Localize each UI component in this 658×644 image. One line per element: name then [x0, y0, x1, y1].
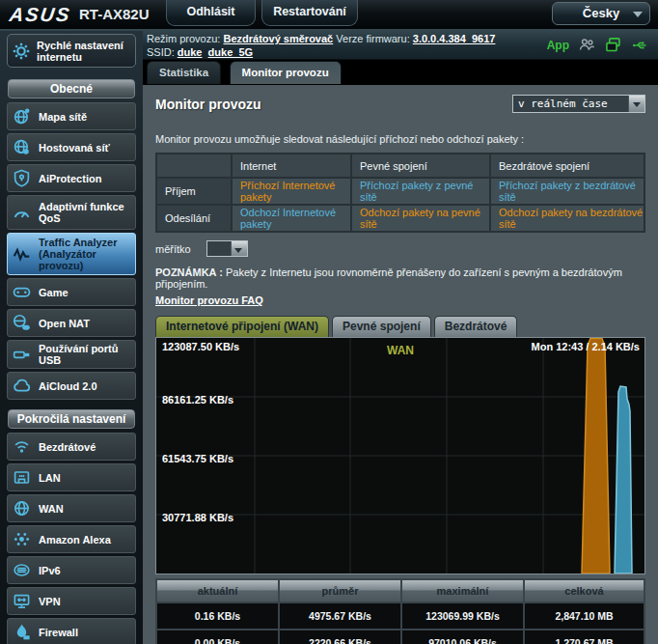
matrix-col-wireless: Bezdrátové spojení [490, 154, 644, 178]
section-header-general: Obecné [8, 79, 135, 98]
traffic-analyzer-icon [13, 245, 32, 264]
stats-col-average: průměr [279, 579, 401, 602]
table-row: 0.00 KB/s 2220.66 KB/s 97010.06 KB/s 1,2… [156, 630, 644, 644]
sidebar-item-aiprotection[interactable]: AiProtection [7, 164, 136, 192]
sidebar-item-usb[interactable]: Používání portů USB [7, 340, 136, 369]
sidebar-item-label: VPN [39, 596, 61, 607]
stats-col-current: aktuální [156, 579, 279, 602]
sidebar-item-label: Firewall [39, 627, 78, 638]
packet-matrix-table: Internet Pevné spojení Bezdrátové spojen… [155, 153, 645, 233]
tab-strip: Statistika Monitor provozu [143, 58, 658, 85]
network-map-icon [13, 107, 32, 126]
faq-link[interactable]: Monitor provozu FAQ [155, 294, 263, 306]
chart-tab-wired[interactable]: Pevné spojení [332, 316, 431, 337]
logout-button[interactable]: Odhlásit [166, 0, 256, 26]
period-select[interactable]: v reálném čase [512, 95, 645, 113]
sidebar-item-qos[interactable]: Adaptivní funkce QoS [7, 195, 136, 230]
stats-cell-total: 1,270.67 MB [524, 630, 644, 644]
scale-select[interactable] [206, 240, 248, 257]
sidebar-item-lan[interactable]: LAN [7, 463, 136, 491]
matrix-row-label: Příjem [156, 178, 232, 205]
scale-label: měřítko [155, 243, 191, 255]
traffic-chart: 123087.50 KB/s 86161.25 KB/s 61543.75 KB… [155, 337, 645, 574]
page-title: Monitor provozu [155, 97, 261, 112]
gamepad-icon [13, 283, 32, 301]
stats-cell-maximum: 123069.99 KB/s [401, 602, 524, 630]
usb-icon[interactable] [631, 38, 648, 53]
download-area [582, 339, 610, 574]
content-area: Statistika Monitor provozu Monitor provo… [143, 29, 658, 644]
chevron-down-icon [231, 241, 247, 256]
app-link[interactable]: App [547, 39, 569, 52]
note-body: Pakety z Internetu jsou rovnoměrně přená… [155, 266, 622, 290]
sidebar-item-vpn[interactable]: VPN [7, 587, 136, 615]
ssid-label: SSID: [147, 46, 175, 58]
language-value: Česky [583, 6, 619, 20]
sidebar-item-aicloud[interactable]: AiCloud 2.0 [7, 372, 136, 400]
vpn-icon [13, 592, 32, 610]
matrix-cell: Příchozí pakety z pevné sítě [351, 178, 490, 205]
language-dropdown[interactable]: Česky [552, 2, 650, 25]
table-header-row: Internet Pevné spojení Bezdrátové spojen… [156, 154, 644, 178]
chart-tab-wan[interactable]: Internetové připojení (WAN) [155, 316, 329, 337]
reboot-button[interactable]: Restartování [261, 0, 358, 26]
ssid-1-link[interactable]: duke [178, 46, 203, 58]
matrix-col-wired: Pevné spojení [351, 154, 490, 178]
sidebar-item-alexa[interactable]: Amazon Alexa [7, 525, 136, 553]
note-text: POZNÁMKA : Pakety z Internetu jsou rovno… [155, 266, 645, 290]
sidebar-item-label: AiProtection [39, 173, 101, 184]
upload-area [615, 386, 632, 574]
open-nat-icon [13, 314, 32, 332]
usb-drive-icon [13, 346, 32, 364]
sidebar-item-game[interactable]: Game [7, 278, 136, 306]
stats-cell-average: 2220.66 KB/s [279, 630, 401, 644]
sidebar-item-guest-network[interactable]: Hostovaná síť [7, 133, 136, 161]
clients-icon[interactable] [579, 37, 595, 53]
stats-cell-maximum: 97010.06 KB/s [401, 630, 524, 644]
matrix-cell: Příchozí pakety z bezdrátové sítě [490, 178, 644, 205]
chevron-down-icon [633, 12, 643, 17]
section-header-advanced: Pokročilá nastavení [8, 409, 135, 429]
asus-logo: ASUS [8, 4, 72, 26]
chart-tab-strip: Internetové připojení (WAN) Pevné spojen… [155, 316, 645, 337]
note-label: POZNÁMKA : [155, 266, 223, 278]
sidebar-item-wireless[interactable]: Bezdrátové [7, 433, 136, 461]
shield-icon [13, 169, 32, 187]
firewall-icon [13, 623, 32, 641]
tab-statistics[interactable]: Statistika [147, 61, 221, 84]
sidebar-item-traffic-analyzer[interactable]: Traffic Analyzer (Analyzátor provozu) [7, 233, 136, 275]
panel-description: Monitor provozu umožňuje sledovat násled… [155, 133, 645, 145]
sidebar-item-label: IPv6 [39, 565, 61, 576]
sidebar-item-open-nat[interactable]: Open NAT [7, 309, 136, 337]
ssid-2-link[interactable]: duke_5G [208, 46, 253, 58]
cloud-icon [13, 377, 32, 395]
mode-value-link[interactable]: Bezdrátový směrovač [223, 33, 333, 44]
matrix-cell: Odchozí pakety na bezdrátové sítě [490, 205, 644, 232]
stats-cell-total: 2,847.10 MB [524, 602, 644, 630]
tab-traffic-monitor[interactable]: Monitor provozu [230, 61, 342, 84]
sidebar-item-label: Mapa sítě [39, 111, 87, 123]
table-row: 0.16 KB/s 4975.67 KB/s 123069.99 KB/s 2,… [156, 602, 644, 630]
devices-icon[interactable] [605, 37, 621, 53]
sidebar-item-label: Bezdrátové [39, 441, 96, 453]
chart-tab-wireless[interactable]: Bezdrátové [434, 316, 518, 337]
sidebar-item-label: Amazon Alexa [39, 534, 111, 546]
sidebar-item-ipv6[interactable]: IPv6 [7, 556, 136, 584]
sidebar-item-wan[interactable]: WAN [7, 494, 136, 522]
sidebar-item-label: AiCloud 2.0 [39, 380, 97, 392]
matrix-cell: Odchozí Internetové pakety [232, 205, 351, 232]
sidebar-item-firewall[interactable]: Firewall [7, 618, 136, 644]
matrix-col-empty [156, 154, 232, 178]
quick-setup-label: Rychlé nastavení internetu [37, 40, 131, 63]
wireless-icon [13, 437, 32, 456]
quick-setup-button[interactable]: Rychlé nastavení internetu [7, 34, 136, 68]
firmware-value-link[interactable]: 3.0.0.4.384_9617 [413, 33, 496, 44]
table-header-row: aktuální průměr maximální celková [156, 579, 644, 602]
period-select-value: v reálném čase [513, 96, 628, 112]
sidebar-item-network-map[interactable]: Mapa sítě [7, 102, 136, 130]
qos-gauge-icon [13, 204, 32, 222]
matrix-row-label: Odesílání [156, 205, 232, 232]
matrix-cell: Příchozí Internetové pakety [232, 178, 351, 205]
traffic-monitor-panel: Monitor provozu v reálném čase Monitor p… [143, 85, 658, 644]
sidebar: Rychlé nastavení internetu Obecné Mapa s… [0, 31, 143, 644]
